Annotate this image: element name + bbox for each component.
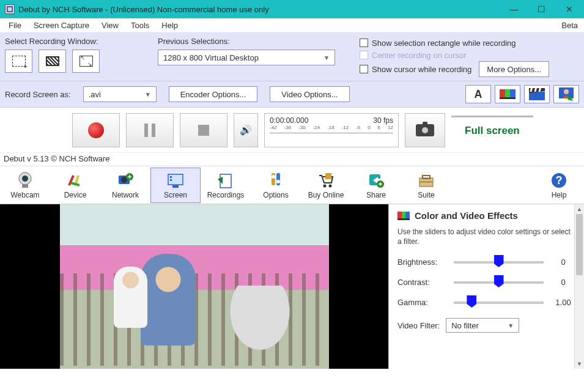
device-icon [66, 172, 84, 189]
gamma-slider[interactable] [454, 301, 544, 304]
share-icon [367, 172, 385, 189]
record-icon [88, 122, 104, 138]
toolbar-help[interactable]: ? Help [534, 168, 584, 203]
brightness-slider[interactable] [454, 261, 544, 264]
watermark-button[interactable] [553, 85, 579, 103]
contrast-row: Contrast: 0 [397, 278, 575, 287]
menu-screen-capture[interactable]: Screen Capture [28, 18, 95, 32]
toolbar-webcam[interactable]: Webcam [0, 168, 50, 203]
video-filter-dropdown[interactable]: No filter ▼ [446, 318, 519, 333]
capture-options-panel: Select Recording Window: Previous Select… [0, 33, 584, 81]
video-filter-value: No filter [451, 321, 479, 330]
brightness-label: Brightness: [397, 257, 446, 267]
fullscreen-mode-label[interactable]: Full screen [451, 116, 533, 144]
db-scale: -42-36-30-24-18-12-60612 [270, 125, 393, 130]
toolbar-share[interactable]: Share [351, 168, 401, 203]
svg-rect-17 [170, 179, 172, 181]
scroll-up-icon: ▲ [575, 204, 584, 214]
close-button[interactable]: ✕ [555, 0, 583, 18]
color-effects-button[interactable] [495, 85, 520, 103]
format-dropdown[interactable]: .avi ▼ [83, 86, 157, 102]
video-filter-label: Video Filter: [397, 321, 440, 330]
svg-point-9 [22, 176, 28, 182]
snapshot-button[interactable] [405, 113, 445, 147]
chevron-down-icon: ▼ [323, 54, 330, 61]
show-cursor-checkbox-row[interactable]: Show cursor while recording [360, 63, 471, 75]
network-icon [116, 172, 135, 189]
text-overlay-button[interactable]: A [465, 85, 491, 103]
lower-area: Color and Video Effects Use the sliders … [0, 204, 584, 369]
contrast-value: 0 [551, 278, 575, 287]
beta-label[interactable]: Beta [555, 21, 584, 30]
svg-point-6 [564, 89, 569, 94]
effects-description: Use the sliders to adjust video color se… [397, 227, 575, 246]
screen-icon [166, 172, 185, 189]
toolbar-device[interactable]: Device [50, 168, 100, 203]
svg-rect-15 [172, 185, 179, 188]
toolbar-screen[interactable]: Screen [150, 168, 201, 203]
options-icon [267, 172, 285, 189]
slider-thumb-icon [467, 295, 476, 308]
encoder-options-button[interactable]: Encoder Options... [169, 86, 258, 102]
center-cursor-checkbox-row: Center recording on cursor [360, 49, 579, 61]
svg-point-22 [272, 175, 275, 179]
svg-rect-0 [529, 92, 545, 100]
toolbar-suite[interactable]: Suite [401, 168, 451, 203]
previous-selections-dropdown[interactable]: 1280 x 800 Virtual Desktop ▼ [158, 50, 335, 65]
svg-rect-30 [423, 176, 430, 179]
scroll-down-icon: ▼ [575, 359, 584, 369]
window-title: Debut by NCH Software - (Unlicensed) Non… [18, 5, 500, 14]
time-display: 0:00:00.000 [270, 116, 308, 125]
checkbox-icon [360, 65, 368, 73]
toolbar-buy[interactable]: Buy Online [301, 168, 351, 203]
slider-thumb-icon [494, 275, 504, 287]
format-value: .avi [89, 90, 101, 99]
svg-rect-10 [22, 185, 28, 188]
effects-scrollbar[interactable]: ▲ ▼ [574, 204, 584, 369]
fullscreen-button[interactable] [72, 50, 100, 73]
toolbar-recordings[interactable]: Recordings [201, 168, 251, 203]
maximize-button[interactable]: ☐ [528, 0, 555, 18]
contrast-slider[interactable] [454, 281, 544, 284]
audio-button[interactable]: 🔊 [234, 113, 258, 147]
recordings-icon [216, 172, 235, 189]
rgb-icon [397, 212, 410, 220]
record-button[interactable] [72, 113, 120, 147]
slider-thumb-icon [494, 255, 504, 267]
chevron-down-icon: ▼ [145, 91, 151, 98]
svg-rect-31 [420, 181, 433, 183]
scrollbar-thumb[interactable] [576, 214, 583, 275]
menu-file[interactable]: File [2, 18, 28, 32]
select-window-button[interactable] [39, 50, 66, 73]
main-toolbar: Webcam Device Network Screen Recordings … [0, 166, 584, 204]
camera-icon [416, 124, 434, 136]
toolbar-options[interactable]: Options [251, 168, 301, 203]
record-format-row: Record Screen as: .avi ▼ Encoder Options… [0, 81, 584, 108]
suite-icon [417, 172, 435, 189]
show-rectangle-checkbox-row[interactable]: Show selection rectangle while recording [360, 37, 579, 49]
svg-point-24 [323, 184, 327, 187]
menu-bar: File Screen Capture View Tools Help Beta [0, 18, 584, 33]
video-options-button[interactable]: Video Options... [270, 86, 349, 102]
help-icon: ? [550, 172, 568, 189]
monitor-icon [46, 56, 59, 66]
speaker-icon: 🔊 [240, 124, 252, 136]
checkbox-icon [360, 39, 368, 47]
stop-button[interactable] [180, 113, 227, 147]
chevron-down-icon: ▼ [508, 322, 514, 329]
minimize-button[interactable]: — [500, 0, 528, 18]
more-options-button[interactable]: More Options... [479, 61, 549, 77]
svg-point-23 [276, 180, 280, 183]
time-meter: 0:00:00.000 30 fps -42-36-30-24-18-12-60… [264, 113, 399, 147]
menu-tools[interactable]: Tools [125, 18, 155, 32]
brightness-value: 0 [551, 257, 575, 267]
menu-view[interactable]: View [95, 18, 125, 32]
select-recording-window-label: Select Recording Window: [5, 37, 158, 46]
select-region-button[interactable] [5, 50, 32, 73]
pause-button[interactable] [126, 113, 174, 147]
video-effects-button[interactable] [524, 85, 550, 103]
toolbar-network[interactable]: Network [100, 168, 150, 203]
menu-help[interactable]: Help [155, 18, 184, 32]
svg-rect-16 [170, 176, 172, 178]
pause-icon [144, 124, 155, 137]
